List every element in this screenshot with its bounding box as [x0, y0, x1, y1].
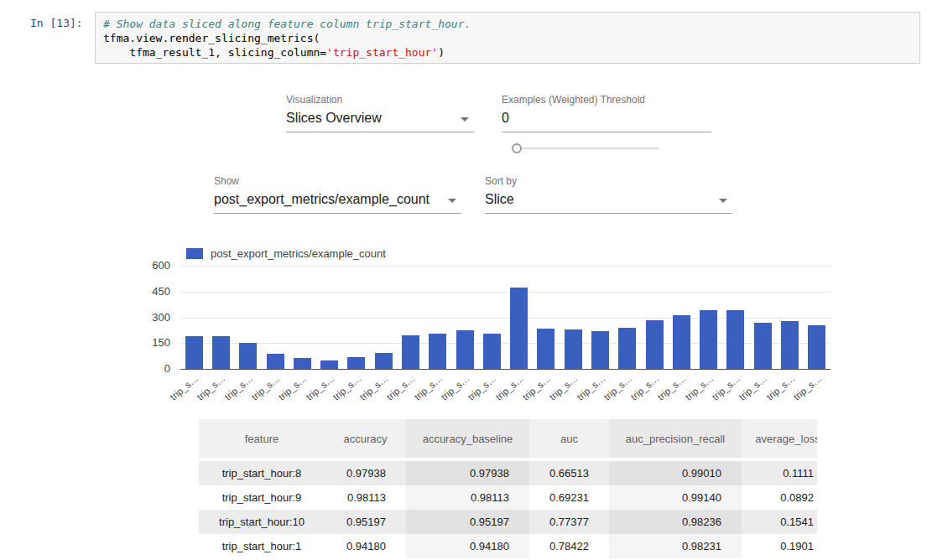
- bar[interactable]: [700, 310, 717, 369]
- gridline: [180, 292, 830, 293]
- bar[interactable]: [185, 336, 203, 369]
- metric-cell: 0.95197: [325, 510, 406, 534]
- gridline: [180, 266, 830, 267]
- x-axis-line: [180, 369, 830, 370]
- visualization-field: Visualization Slices Overview: [286, 94, 474, 132]
- feature-cell: trip_start_hour:8: [199, 461, 325, 485]
- code-line: tfma_result_1, slicing_column='trip_star…: [103, 45, 912, 60]
- legend-label: post_export_metrics/example_count: [211, 247, 386, 260]
- bar[interactable]: [754, 323, 772, 369]
- bar[interactable]: [591, 331, 609, 369]
- show-label: Show: [214, 175, 461, 187]
- column-header[interactable]: accuracy_baseline: [406, 419, 529, 461]
- column-header[interactable]: auc_precision_recall: [609, 419, 742, 461]
- y-axis-tick: 300: [133, 311, 170, 324]
- sortby-field: Sort by Slice: [485, 175, 732, 214]
- code-line: # Show data sliced along feature column …: [103, 17, 912, 31]
- metric-cell: 0.98113: [406, 485, 529, 510]
- bar[interactable]: [212, 336, 230, 369]
- metric-cell: 0.1111: [742, 461, 817, 485]
- show-field: Show post_export_metrics/example_count: [214, 175, 461, 214]
- bar[interactable]: [510, 288, 528, 369]
- bar[interactable]: [267, 354, 284, 369]
- code-text: ): [438, 46, 445, 59]
- code-comment: # Show data sliced along feature column …: [103, 18, 471, 30]
- metric-cell: 0.97938: [325, 461, 406, 485]
- bar[interactable]: [646, 320, 664, 369]
- bar[interactable]: [483, 334, 501, 369]
- table-header-row: featureaccuracyaccuracy_baselineaucauc_p…: [199, 419, 817, 461]
- metric-cell: 0.1901: [742, 534, 817, 558]
- bar[interactable]: [565, 329, 582, 369]
- table-row: trip_start_hour:80.979380.979380.665130.…: [199, 461, 817, 485]
- show-value: post_export_metrics/example_count: [214, 192, 430, 206]
- feature-cell: trip_start_hour:1: [199, 534, 325, 558]
- slider-thumb[interactable]: [512, 143, 522, 153]
- bar[interactable]: [375, 353, 393, 369]
- metric-cell: 0.97938: [406, 461, 529, 485]
- chart-legend: post_export_metrics/example_count: [186, 246, 386, 261]
- code-text: tfma.view.render_slicing_metrics(: [103, 32, 320, 44]
- bar[interactable]: [618, 328, 636, 369]
- bar[interactable]: [429, 334, 446, 369]
- metric-cell: 0.98236: [609, 510, 742, 534]
- metrics-table-wrap: featureaccuracyaccuracy_baselineaucauc_p…: [199, 419, 817, 560]
- bar[interactable]: [347, 357, 365, 369]
- metric-cell: 0.78422: [529, 534, 609, 558]
- column-header[interactable]: average_loss: [742, 419, 817, 461]
- y-axis-tick: 450: [133, 285, 170, 298]
- metrics-table: featureaccuracyaccuracy_baselineaucauc_p…: [199, 419, 817, 558]
- bar-chart: 0150300450600trip_s…trip_s…trip_s…trip_s…: [180, 266, 830, 369]
- metric-cell: 0.99010: [609, 461, 742, 485]
- metric-cell: 0.99140: [609, 485, 742, 510]
- threshold-slider[interactable]: [512, 143, 659, 153]
- column-header[interactable]: feature: [199, 419, 325, 461]
- threshold-input[interactable]: 0: [502, 108, 711, 132]
- chevron-down-icon: [461, 117, 469, 122]
- show-select[interactable]: post_export_metrics/example_count: [214, 189, 461, 214]
- slider-track[interactable]: [522, 148, 659, 149]
- bar[interactable]: [673, 315, 690, 369]
- threshold-field: Examples (Weighted) Threshold 0: [502, 94, 711, 132]
- code-cell[interactable]: # Show data sliced along feature column …: [95, 12, 920, 64]
- column-header[interactable]: accuracy: [325, 419, 406, 461]
- y-axis-tick: 600: [133, 259, 170, 272]
- y-axis-tick: 0: [133, 362, 170, 375]
- column-header[interactable]: auc: [529, 419, 609, 461]
- metric-cell: 0.94180: [406, 534, 529, 558]
- table-row: trip_start_hour:100.951970.951970.773770…: [199, 510, 817, 534]
- visualization-label: Visualization: [286, 94, 474, 106]
- table-row: trip_start_hour:10.941800.941800.784220.…: [199, 534, 817, 558]
- bar[interactable]: [320, 360, 338, 369]
- metric-cell: 0.77377: [529, 510, 609, 534]
- bar[interactable]: [456, 330, 474, 369]
- metric-cell: 0.66513: [529, 461, 609, 485]
- bar[interactable]: [294, 358, 311, 369]
- metric-cell: 0.95197: [406, 510, 529, 534]
- bar[interactable]: [808, 325, 825, 369]
- cell-prompt: In [13]:: [30, 17, 83, 29]
- sortby-label: Sort by: [485, 175, 732, 187]
- visualization-value: Slices Overview: [286, 111, 382, 125]
- chevron-down-icon: [719, 199, 727, 203]
- visualization-select[interactable]: Slices Overview: [286, 108, 474, 132]
- bar[interactable]: [781, 321, 799, 369]
- threshold-label: Examples (Weighted) Threshold: [502, 94, 711, 106]
- feature-cell: trip_start_hour:9: [199, 485, 325, 510]
- metric-cell: 0.0892: [742, 485, 817, 510]
- code-string: 'trip_start_hour': [326, 46, 438, 59]
- bar[interactable]: [726, 310, 744, 369]
- notebook-page: In [13]: # Show data sliced along featur…: [0, 0, 932, 560]
- metric-cell: 0.1541: [742, 510, 817, 534]
- feature-cell: trip_start_hour:10: [199, 510, 325, 534]
- bar[interactable]: [239, 343, 257, 369]
- sortby-select[interactable]: Slice: [485, 189, 732, 214]
- code-text: tfma_result_1, slicing_column=: [103, 46, 326, 59]
- metric-cell: 0.94180: [325, 534, 406, 558]
- metric-cell: 0.69231: [529, 485, 609, 510]
- y-axis-tick: 150: [133, 336, 170, 349]
- threshold-value: 0: [502, 111, 509, 125]
- bar[interactable]: [402, 335, 419, 369]
- bar[interactable]: [537, 329, 555, 369]
- code-line: tfma.view.render_slicing_metrics(: [103, 31, 912, 45]
